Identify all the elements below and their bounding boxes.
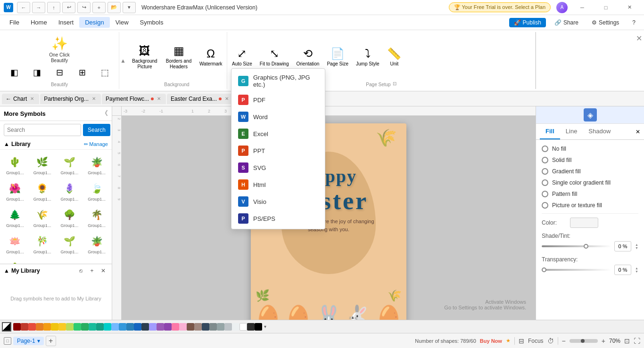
trial-badge[interactable]: 🏆 Your Free Trial is over. Select a Plan xyxy=(449,2,551,12)
forward-btn[interactable]: → xyxy=(32,2,45,13)
transparency-thumb[interactable] xyxy=(542,267,546,272)
gradient-fill-radio[interactable] xyxy=(542,168,548,175)
timer-icon[interactable]: ⏱ xyxy=(547,337,554,345)
back-btn[interactable]: ← xyxy=(17,2,30,13)
list-item[interactable]: 🪴Group1... xyxy=(83,231,110,256)
color-swatch-yellow-light[interactable] xyxy=(58,323,66,331)
list-item[interactable]: 🌱Group1... xyxy=(57,152,83,177)
shade-up-btn[interactable]: ▲ xyxy=(635,243,638,246)
export-ps-item[interactable]: P PS/EPS xyxy=(231,210,325,227)
single-gradient-fill-radio[interactable] xyxy=(542,179,548,186)
manage-btn[interactable]: ✏ Manage xyxy=(84,141,108,147)
no-fill-option[interactable]: No fill xyxy=(542,146,638,152)
ribbon-scroll-up[interactable]: ▲ xyxy=(119,32,127,89)
color-swatch-blue[interactable] xyxy=(126,323,134,331)
undo-btn[interactable]: ↩ xyxy=(62,2,75,13)
color-swatch-green[interactable] xyxy=(81,323,89,331)
list-item[interactable]: 🪷Group1... xyxy=(2,231,28,256)
my-library-export-btn[interactable]: ⎋ xyxy=(76,266,85,275)
list-item[interactable]: 🌾Group1... xyxy=(29,204,56,230)
color-swatch-teal-dark[interactable] xyxy=(96,323,104,331)
color-swatch-black[interactable] xyxy=(255,323,262,331)
canvas-bg[interactable]: 🌿 🌾 🍂 Happy Easter Let us wish to share … xyxy=(122,116,536,320)
zoom-slider-thumb[interactable] xyxy=(581,339,585,343)
color-swatch-teal[interactable] xyxy=(89,323,96,331)
zoom-slider[interactable] xyxy=(570,339,598,343)
shade-thumb[interactable] xyxy=(584,244,588,249)
list-item[interactable]: 🌿Group1... xyxy=(29,152,56,177)
tab-line[interactable]: Line xyxy=(560,124,583,139)
transparency-up-btn[interactable]: ▲ xyxy=(635,267,638,270)
minimize-btn[interactable]: ─ xyxy=(571,0,593,15)
background-picture-btn[interactable]: 🖼 Background Picture xyxy=(129,42,161,72)
layers-btn[interactable]: ⊟ xyxy=(519,337,524,345)
help-btn[interactable]: ? xyxy=(627,18,640,27)
color-picker-btn[interactable] xyxy=(570,218,598,228)
list-item[interactable]: 🌵Group1... xyxy=(2,152,28,177)
page-setup-expand-btn[interactable]: ⊡ xyxy=(393,81,396,86)
orientation-btn[interactable]: ⟲ Orientation xyxy=(294,45,322,69)
search-input[interactable] xyxy=(4,124,81,136)
gradient-fill-option[interactable]: Gradient fill xyxy=(542,168,638,175)
pattern-fill-option[interactable]: Pattern fill xyxy=(542,191,638,197)
panel-close-btn[interactable]: ✕ xyxy=(636,124,640,139)
color-swatch-gray[interactable] xyxy=(209,323,217,331)
beautify-style-2[interactable]: ◨ xyxy=(26,65,47,80)
beautify-style-1[interactable]: ◧ xyxy=(4,65,25,80)
more-btn[interactable]: ▾ xyxy=(123,2,136,13)
new-btn[interactable]: + xyxy=(92,2,106,13)
redo-btn[interactable]: ↪ xyxy=(77,2,91,13)
beautify-btn[interactable]: ✨ One Click Beautify xyxy=(37,34,82,65)
list-item[interactable]: 🌻Group1... xyxy=(29,178,56,203)
color-swatch-red[interactable] xyxy=(21,323,28,331)
beautify-style-4[interactable]: ⊞ xyxy=(72,65,92,80)
menu-file[interactable]: File xyxy=(4,17,25,28)
color-swatch-black-near[interactable] xyxy=(247,323,255,331)
tab-easter-card-close[interactable]: ✕ xyxy=(223,96,230,102)
list-item[interactable]: 🪴Group1... xyxy=(83,152,110,177)
list-item[interactable]: 🍃Group1... xyxy=(83,178,110,203)
buy-now-btn[interactable]: Buy Now xyxy=(480,338,502,344)
tab-payment-close[interactable]: ✕ xyxy=(156,96,162,102)
color-swatch-white[interactable] xyxy=(239,323,247,331)
list-item[interactable]: 🎋Group1... xyxy=(29,231,56,256)
unit-btn[interactable]: 📏 Unit xyxy=(384,45,405,69)
color-swatch-lime[interactable] xyxy=(66,323,74,331)
export-pdf-item[interactable]: P PDF xyxy=(231,91,325,108)
my-library-add-btn[interactable]: + xyxy=(87,266,97,275)
open-btn[interactable]: 📂 xyxy=(107,2,121,13)
color-swatch-brown[interactable] xyxy=(187,323,194,331)
export-svg-item[interactable]: S SVG xyxy=(231,159,325,176)
share-btn[interactable]: 🔗 Share xyxy=(550,18,583,27)
export-graphics-item[interactable]: G Graphics (PNG, JPG etc.) xyxy=(231,71,325,91)
avatar[interactable]: A xyxy=(556,2,568,13)
search-button[interactable]: Search xyxy=(83,124,110,136)
color-swatch-blue-dark[interactable] xyxy=(134,323,141,331)
save-btn[interactable]: ↑ xyxy=(47,2,60,13)
focus-btn[interactable]: Focus xyxy=(528,338,544,344)
color-swatch-red-dark[interactable] xyxy=(13,323,21,331)
jump-style-btn[interactable]: ⤵ Jump Style xyxy=(353,45,382,69)
color-swatch-near-white[interactable] xyxy=(232,323,239,331)
publish-btn[interactable]: 🚀 Publish xyxy=(509,18,546,27)
tab-partnership-close[interactable]: ✕ xyxy=(91,96,97,102)
menu-symbols[interactable]: Symbols xyxy=(134,17,169,28)
color-swatch-purple-light[interactable] xyxy=(149,323,157,331)
color-swatch-orange[interactable] xyxy=(43,323,51,331)
shade-track[interactable] xyxy=(542,245,611,247)
sidebar-collapse-btn[interactable]: 《 xyxy=(101,109,108,118)
color-swatch-orange-dark[interactable] xyxy=(36,323,43,331)
fill-panel-close-btn[interactable]: ✕ xyxy=(636,34,642,43)
color-swatch-sky[interactable] xyxy=(111,323,119,331)
tab-fill[interactable]: Fill xyxy=(540,124,560,139)
fit-to-drawing-btn[interactable]: ⤡ Fit to Drawing xyxy=(257,45,292,69)
list-item[interactable]: 🌳Group1... xyxy=(57,204,83,230)
watermark-btn[interactable]: Ω Watermark xyxy=(197,45,225,69)
color-swatch-blue-light[interactable] xyxy=(119,323,126,331)
tab-payment[interactable]: Payment Flowc... ✕ xyxy=(102,94,166,104)
pattern-fill-radio[interactable] xyxy=(542,191,548,197)
color-swatch-red-light[interactable] xyxy=(28,323,36,331)
transparency-track[interactable] xyxy=(542,269,611,271)
no-fill-radio[interactable] xyxy=(542,146,548,152)
solid-fill-option[interactable]: Solid fill xyxy=(542,157,638,163)
